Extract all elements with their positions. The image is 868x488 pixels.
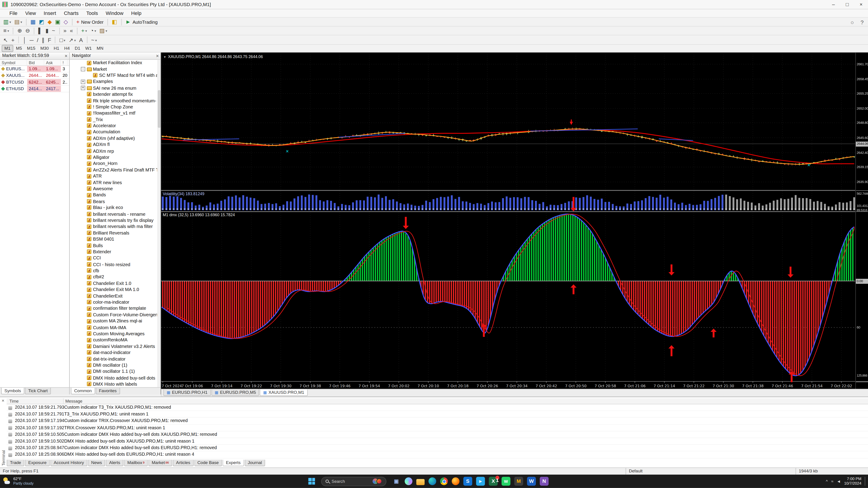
navigator-button[interactable]: ◆ — [46, 18, 53, 26]
navigator-item[interactable]: fMarket Facilitation Index — [70, 60, 157, 66]
menu-help[interactable]: Help — [127, 11, 145, 16]
terminal-tab-market[interactable]: Market86 — [148, 459, 172, 466]
menu-tools[interactable]: Tools — [83, 11, 102, 16]
navigator-item[interactable]: f_Trix — [70, 116, 157, 123]
navigator-item[interactable]: fRk triple smoothed momentum- — [70, 98, 157, 104]
cursor-button[interactable]: ↖ — [2, 36, 9, 43]
chart-expand-icon[interactable]: ▼ — [163, 55, 166, 59]
shapes-button[interactable]: □▾ — [58, 36, 67, 43]
taskbar-search[interactable]: Search — [321, 477, 386, 486]
timeframe-m30[interactable]: M30 — [38, 45, 51, 52]
expand-icon[interactable]: + — [81, 79, 85, 84]
arrows-button[interactable]: ↗▾ — [67, 36, 77, 43]
tab-favorites[interactable]: Favorites — [96, 388, 120, 394]
market-watch-row[interactable]: BTCUSD6242...6245...2... — [0, 79, 69, 86]
log-row[interactable]: 2024.10.07 18:25:08.947Custom indicator … — [6, 445, 868, 452]
collapse-icon[interactable]: - — [81, 67, 85, 71]
timeframe-d1[interactable]: D1 — [72, 45, 83, 52]
navigator-item[interactable]: +SAI new 26 ma enum — [70, 85, 157, 91]
autotrading-button[interactable]: ►AutoTrading — [124, 18, 159, 26]
line-chart-mode-button[interactable]: ~ — [51, 27, 57, 35]
vertical-line-button[interactable]: │ — [22, 36, 28, 43]
show-desktop-button[interactable] — [865, 477, 866, 486]
navigator-item[interactable]: fbrillant reversals try fix display — [70, 217, 157, 224]
firefox-icon[interactable] — [452, 477, 459, 485]
navigator-item[interactable]: fChandelier Exit 1.0 — [70, 281, 157, 287]
menu-view[interactable]: View — [21, 11, 40, 16]
profiles-button[interactable]: ▤▾ — [13, 18, 23, 26]
file-explorer-icon[interactable] — [416, 479, 425, 485]
market-watch-row[interactable]: XAUUS...2644...2644...20 — [0, 72, 69, 79]
navigator-item[interactable]: fADXm nrp — [70, 148, 157, 154]
close-icon[interactable]: × — [2, 398, 4, 403]
navigator-item[interactable]: fDMX Histo with labels — [70, 381, 157, 387]
navigator-item[interactable]: fBands — [70, 192, 157, 198]
cycle-lines-button[interactable]: ~▾ — [90, 36, 98, 43]
expand-icon[interactable]: + — [81, 86, 85, 90]
navigator-item[interactable]: fbrillant reversals - rename — [70, 211, 157, 217]
terminal-tab-code-base[interactable]: Code Base — [194, 459, 222, 466]
navigator-item[interactable]: f! Simple Chop Zone — [70, 104, 157, 110]
metatrader-icon[interactable]: M — [515, 477, 523, 486]
telegram-icon[interactable]: ▸ — [476, 477, 485, 486]
fibonacci-button[interactable]: F — [46, 36, 53, 43]
navigator-item[interactable]: fArrZZx2 Alerts Final Draft MTF TT — [70, 167, 157, 173]
market-watch-row[interactable]: EURUS...1.09...1.09...3 — [0, 66, 69, 72]
timeframe-mn[interactable]: MN — [94, 45, 105, 52]
navigator-item[interactable]: fBxtender — [70, 249, 157, 255]
zoom-in-button[interactable]: ⊕ — [16, 27, 24, 35]
metaeditor-button[interactable]: ◧ — [111, 18, 119, 26]
auto-scroll-button[interactable]: » — [62, 27, 68, 35]
navigator-item[interactable]: fBrilliant Reversals — [70, 230, 157, 236]
excel-icon[interactable]: X1 — [489, 477, 498, 486]
help-button[interactable]: ? — [859, 18, 865, 26]
log-row[interactable]: 2024.10.07 18:59:17.194Custom indicator … — [6, 418, 868, 424]
maximize-button[interactable]: □ — [840, 0, 854, 9]
navigator-item[interactable]: fCustom Moving Averages — [70, 331, 157, 337]
navigator-item[interactable]: fBulls — [70, 242, 157, 249]
text-button[interactable]: A — [78, 36, 84, 43]
navigator-item[interactable]: fdat-macd-indicator — [70, 350, 157, 356]
navigator-item[interactable]: fATR new lines — [70, 180, 157, 186]
word-icon[interactable]: W — [527, 477, 536, 486]
chart-tab-eurusd-pro-m5[interactable]: ▦EURUSD.PRO,M5 — [211, 390, 259, 396]
scrollbar-thumb[interactable] — [158, 90, 160, 128]
timeframe-w1[interactable]: W1 — [83, 45, 94, 52]
wifi-icon[interactable]: ≈ — [831, 479, 833, 484]
terminal-tab-mailbox[interactable]: Mailbox9 — [124, 459, 148, 466]
indicators-list-button[interactable]: ≡▾ — [2, 27, 11, 35]
navigator-item[interactable]: fdat-trix-indicator — [70, 356, 157, 362]
copilot-icon[interactable] — [405, 477, 412, 485]
strategy-tester-button[interactable]: ◇ — [62, 18, 69, 26]
crosshair-button[interactable]: + — [10, 36, 16, 43]
navigator-item[interactable]: fATR — [70, 173, 157, 180]
timeframe-m1[interactable]: M1 — [2, 45, 13, 52]
navigator-item[interactable]: fDMI oscillator 1.1 (1) — [70, 368, 157, 375]
navigator-item[interactable]: fAroon_Horn — [70, 161, 157, 167]
zoom-out-button[interactable]: ⊖ — [24, 27, 31, 35]
navigator-item[interactable]: fBears — [70, 198, 157, 205]
timeframe-h4[interactable]: H4 — [62, 45, 72, 52]
tab-symbols[interactable]: Symbols — [1, 388, 24, 394]
navigator-item[interactable]: fCCI — [70, 255, 157, 261]
channel-button[interactable]: ∥ — [40, 36, 46, 43]
navigator-scrollbar[interactable] — [157, 60, 160, 387]
navigator-item[interactable]: fAccelerator — [70, 123, 157, 129]
terminal-tab-journal[interactable]: Journal — [244, 459, 265, 466]
navigator-item[interactable]: fBlau - jurik eco — [70, 205, 157, 211]
navigator-item[interactable]: -Market — [70, 66, 157, 72]
new-chart-button[interactable]: ▥▾ — [2, 18, 12, 26]
candlestick-mode-button[interactable]: ▮ — [44, 27, 50, 35]
indicators-button[interactable]: +▾ — [80, 27, 88, 35]
navigator-item[interactable]: fDamiani Volatmeter v3.2 Alerts — [70, 343, 157, 350]
start-button[interactable] — [308, 478, 315, 484]
chrome-icon[interactable] — [440, 477, 448, 485]
price-scale[interactable]: 2661.702658.452655.252652.002648.802645.… — [855, 53, 868, 389]
navigator-item[interactable]: fbrillant reversals with ma filter — [70, 224, 157, 230]
new-order-button[interactable]: +New Order — [75, 18, 105, 26]
chart-tab-eurusd-pro-h1[interactable]: ▦EURUSD.PRO,H1 — [163, 390, 211, 396]
task-view-icon[interactable]: ▣ — [392, 477, 401, 486]
data-window-button[interactable]: ◩ — [37, 18, 45, 26]
log-row[interactable]: 2024.10.07 18:59:10.502DMX Histo added b… — [6, 438, 868, 445]
menu-charts[interactable]: Charts — [60, 11, 82, 16]
